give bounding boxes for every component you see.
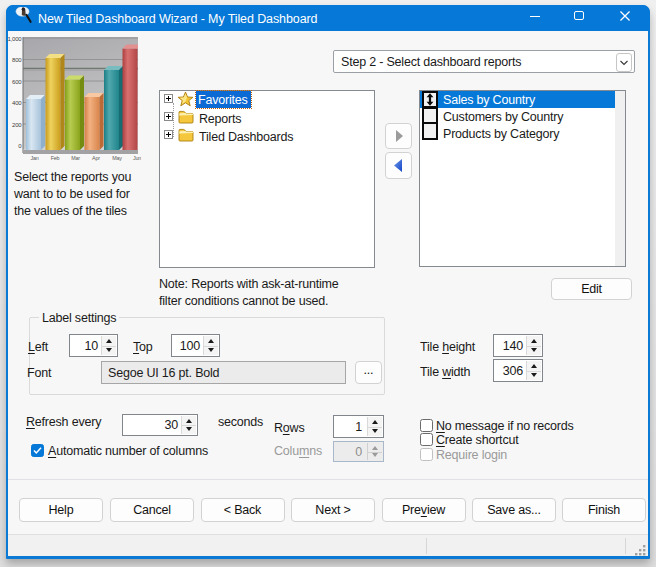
svg-text:Feb: Feb [51,155,60,161]
svg-text:May: May [112,155,122,161]
svg-text:Apr: Apr [92,155,100,161]
svg-text:Mar: Mar [71,155,80,161]
svg-text:200: 200 [12,122,22,128]
svg-text:Jan: Jan [30,155,38,161]
svg-text:0: 0 [18,143,22,149]
svg-text:1,000: 1,000 [7,36,22,42]
svg-text:Jun: Jun [133,155,141,161]
svg-text:600: 600 [12,79,22,85]
svg-text:400: 400 [12,100,22,106]
svg-text:800: 800 [12,57,22,63]
